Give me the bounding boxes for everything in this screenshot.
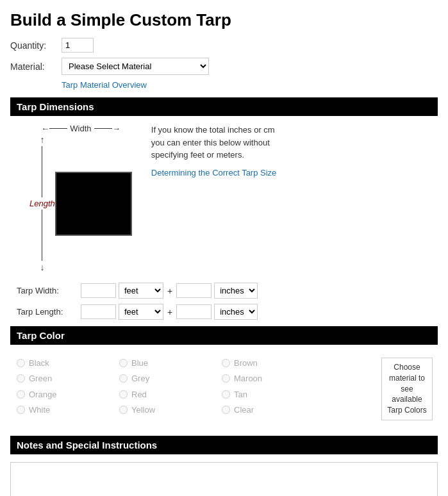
tarp-length-feet-input[interactable] xyxy=(81,304,116,319)
quantity-row: Quantity: xyxy=(10,38,438,53)
tarp-diagram: ← Width → ↑ Length ↓ xyxy=(29,124,132,272)
color-radio-red[interactable] xyxy=(119,390,128,399)
tarp-width-row: Tarp Width: feet meters cm + inches cm xyxy=(17,283,431,299)
plus-sign-length: + xyxy=(167,307,172,317)
color-item-maroon: Maroon xyxy=(222,373,324,384)
color-radio-orange[interactable] xyxy=(17,390,25,399)
color-label-grey: Grey xyxy=(131,374,149,383)
tarp-length-label: Tarp Length: xyxy=(17,307,81,317)
tarp-preview-rect xyxy=(55,172,132,236)
quantity-input[interactable] xyxy=(62,38,94,53)
dimension-fields: Tarp Width: feet meters cm + inches cm T… xyxy=(10,283,438,320)
color-radio-brown[interactable] xyxy=(222,359,230,367)
color-radio-blue[interactable] xyxy=(119,359,128,367)
notes-textarea[interactable] xyxy=(10,462,438,496)
dimensions-header: Tarp Dimensions xyxy=(10,97,438,116)
length-line-2 xyxy=(42,210,42,261)
arrow-left-icon: ← xyxy=(41,124,49,133)
color-grid-container: Black Blue Brown Green Grey Maroon xyxy=(10,352,438,426)
plus-sign-width: + xyxy=(167,286,172,296)
color-radio-green[interactable] xyxy=(17,374,25,383)
color-label-tan: Tan xyxy=(234,390,247,399)
material-select[interactable]: Please Select Material xyxy=(62,58,209,75)
tarp-width-feet-input[interactable] xyxy=(81,283,116,298)
correct-size-link[interactable]: Determining the Correct Tarp Size xyxy=(151,168,277,178)
tarp-length-inches-select[interactable]: inches cm xyxy=(214,304,258,320)
tarp-length-inches-input[interactable] xyxy=(176,304,212,319)
color-header: Tarp Color xyxy=(10,326,438,345)
color-radio-grey[interactable] xyxy=(119,374,128,383)
tarp-length-row: Tarp Length: feet meters cm + inches cm xyxy=(17,304,431,320)
length-line xyxy=(42,146,42,197)
color-item-grey: Grey xyxy=(119,373,222,384)
dimensions-info: If you know the total inches or cm you c… xyxy=(151,124,279,179)
color-radio-clear[interactable] xyxy=(222,406,230,414)
color-item-tan: Tan xyxy=(222,389,324,400)
color-radio-yellow[interactable] xyxy=(119,406,128,414)
quantity-label: Quantity: xyxy=(10,40,62,51)
color-label-brown: Brown xyxy=(234,358,258,368)
length-label: Length xyxy=(29,199,55,208)
color-label-white: White xyxy=(29,405,50,415)
color-label-blue: Blue xyxy=(131,358,148,368)
tarp-material-link[interactable]: Tarp Material Overview xyxy=(62,80,438,90)
notes-section: Notes and Special Instructions xyxy=(10,436,438,496)
arrow-up-icon: ↑ xyxy=(40,135,44,145)
arrow-right-icon: → xyxy=(112,124,120,133)
color-item-yellow: Yellow xyxy=(119,404,222,415)
color-item-blue: Blue xyxy=(119,358,222,368)
width-label: Width xyxy=(70,124,91,133)
color-section: Tarp Color Black Blue Brown Green Grey xyxy=(10,326,438,426)
color-item-green: Green xyxy=(17,373,119,384)
color-label-red: Red xyxy=(131,390,147,399)
notes-header: Notes and Special Instructions xyxy=(10,436,438,454)
material-label: Material: xyxy=(10,62,62,72)
width-arrow: ← Width → xyxy=(41,124,120,133)
length-arrow-col: ↑ Length ↓ xyxy=(29,135,55,272)
dimensions-area: ← Width → ↑ Length ↓ If you know the tot… xyxy=(10,124,438,272)
color-label-yellow: Yellow xyxy=(131,405,155,415)
tarp-length-feet-select[interactable]: feet meters cm xyxy=(119,304,163,320)
diagram-mid: ↑ Length ↓ xyxy=(29,135,132,272)
width-line xyxy=(49,128,67,129)
arrow-down-icon: ↓ xyxy=(40,262,44,272)
color-grid: Black Blue Brown Green Grey Maroon xyxy=(10,352,376,426)
tarp-width-inches-input[interactable] xyxy=(176,283,212,298)
color-label-black: Black xyxy=(29,358,49,368)
tarp-width-feet-select[interactable]: feet meters cm xyxy=(119,283,163,299)
color-item-orange: Orange xyxy=(17,389,119,400)
tarp-width-label: Tarp Width: xyxy=(17,286,81,295)
page-title: Build a Simple Custom Tarp xyxy=(10,10,438,30)
color-item-red: Red xyxy=(119,389,222,400)
color-radio-black[interactable] xyxy=(17,359,25,367)
color-tooltip: Choose material to see available Tarp Co… xyxy=(381,358,433,420)
color-radio-tan[interactable] xyxy=(222,390,230,399)
color-radio-white[interactable] xyxy=(17,406,25,414)
material-row: Material: Please Select Material xyxy=(10,58,438,75)
color-item-clear: Clear xyxy=(222,404,324,415)
color-label-green: Green xyxy=(29,374,52,383)
color-label-maroon: Maroon xyxy=(234,374,262,383)
tarp-width-inches-select[interactable]: inches cm xyxy=(214,283,258,299)
width-line-right xyxy=(94,128,112,129)
color-label-orange: Orange xyxy=(29,390,56,399)
color-item-black: Black xyxy=(17,358,119,368)
color-radio-maroon[interactable] xyxy=(222,374,230,383)
color-item-white: White xyxy=(17,404,119,415)
color-label-clear: Clear xyxy=(234,405,254,415)
color-item-brown: Brown xyxy=(222,358,324,368)
dimensions-info-text: If you know the total inches or cm you c… xyxy=(151,124,279,161)
